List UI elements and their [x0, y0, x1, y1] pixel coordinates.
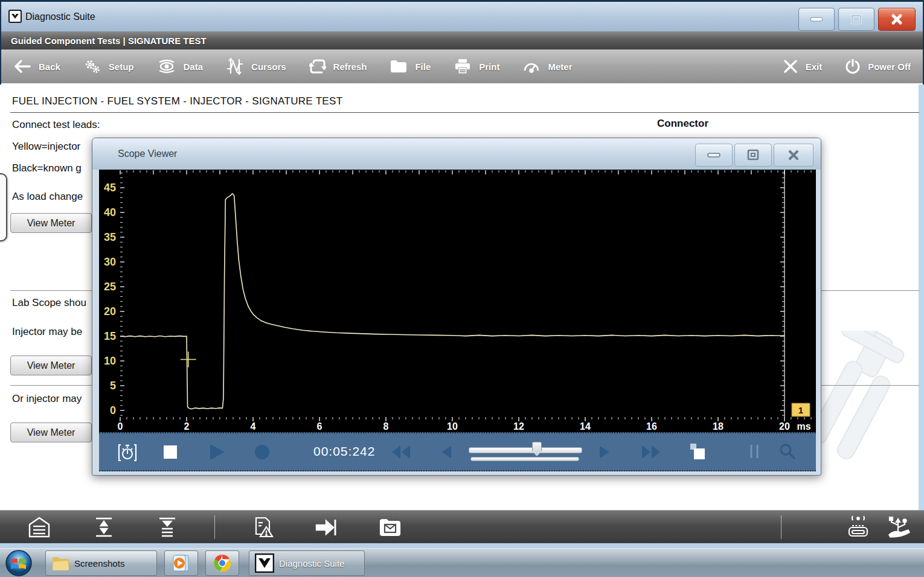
taskbar-button-screenshots[interactable]: Screenshots — [45, 550, 157, 576]
view-meter-button-2[interactable]: View Meter — [10, 355, 92, 375]
scope-control-bar: 00:05:242 — [99, 432, 816, 471]
y-tick-label: 45 — [104, 182, 116, 194]
start-button[interactable] — [5, 549, 33, 577]
text-yellow-lead: Yellow=injector — [12, 141, 80, 153]
zoom-button[interactable] — [778, 442, 797, 463]
scope-minimize-button[interactable] — [695, 144, 733, 167]
gauge-icon — [522, 59, 541, 74]
expand-all-button[interactable] — [92, 516, 115, 541]
y-tick-label: 25 — [104, 281, 116, 293]
scope-titlebar[interactable]: Scope Viewer — [92, 138, 821, 170]
scope-close-button[interactable] — [774, 144, 813, 167]
scope-maximize-button[interactable] — [734, 144, 772, 167]
folder-mail-icon — [379, 517, 401, 537]
back-arrow-icon — [13, 59, 31, 74]
usb-connection-button[interactable] — [884, 515, 912, 542]
toolbar-meter-button[interactable]: Meter — [522, 59, 572, 74]
app-title: Diagnostic Suite — [25, 11, 95, 22]
app-titlebar[interactable]: Diagnostic Suite — [0, 2, 924, 31]
fast-forward-button[interactable] — [641, 444, 661, 462]
record-button[interactable] — [254, 444, 271, 464]
play-button[interactable] — [208, 443, 226, 464]
view-meter-button-1[interactable]: View Meter — [10, 213, 92, 233]
toolbar-setup-button[interactable]: Setup — [83, 58, 134, 75]
channel-1-badge: 1 — [792, 403, 810, 416]
taskbar-label-diagnostic-suite: Diagnostic Suite — [279, 558, 344, 569]
taskbar: Screenshots Diagnostic Suite 漢 3:26 PM 4 — [0, 548, 924, 577]
toolbar-exit-button[interactable]: Exit — [783, 59, 823, 74]
close-button[interactable] — [878, 8, 916, 31]
x-tick-label: 0 — [118, 421, 123, 432]
scope-plot[interactable]: 0510152025303540451 — [99, 170, 816, 417]
text-or-injector: Or injector may — [12, 393, 82, 405]
minimize-button[interactable] — [798, 8, 835, 31]
x-tick-label: 16 — [646, 421, 657, 432]
collapse-all-button[interactable] — [156, 516, 179, 541]
maximize-button[interactable] — [838, 8, 874, 31]
svg-text:1: 1 — [798, 405, 803, 415]
marker-button[interactable] — [746, 444, 762, 462]
snapshot-button[interactable] — [688, 442, 707, 464]
zoom-slider-track[interactable] — [470, 457, 579, 461]
breadcrumb-bar: Guided Component Tests | SIGNATURE TEST — [0, 31, 924, 49]
taskbar-label-screenshots: Screenshots — [74, 558, 124, 569]
waveform-cursors-icon — [226, 58, 244, 75]
x-tick-label: 10 — [447, 421, 458, 432]
scope-cursor — [181, 352, 196, 368]
connector-watermark-image — [820, 331, 924, 488]
toolbar-file-button[interactable]: File — [390, 59, 431, 74]
x-tick-label: 20 — [779, 421, 790, 432]
saved-files-button[interactable] — [379, 517, 401, 540]
step-forward-button[interactable] — [598, 445, 612, 462]
step-back-button[interactable] — [439, 445, 452, 462]
x-tick-label: 2 — [184, 421, 190, 432]
toolbar-back-button[interactable]: Back — [13, 59, 60, 74]
vci-status-button[interactable] — [845, 515, 871, 542]
title-rule — [10, 112, 919, 113]
y-tick-label: 35 — [104, 231, 116, 243]
breadcrumb: Guided Component Tests | SIGNATURE TEST — [11, 36, 207, 46]
collapse-down-icon — [156, 516, 179, 538]
toolbar-cursors-button[interactable]: Cursors — [226, 58, 286, 75]
y-tick-label: 10 — [104, 355, 116, 367]
connector-test-button[interactable] — [315, 517, 338, 540]
toolbar-print-button[interactable]: Print — [454, 58, 499, 75]
document-warning-icon — [252, 516, 274, 538]
toolbar-poweroff-button[interactable]: Power Off — [845, 59, 911, 74]
toolbar-refresh-button[interactable]: Refresh — [309, 58, 367, 75]
report-button[interactable] — [252, 516, 274, 541]
scope-window-title: Scope Viewer — [118, 148, 177, 159]
y-tick-label: 15 — [104, 330, 116, 342]
taskbar-button-chrome[interactable] — [205, 550, 239, 576]
refresh-arrows-icon — [309, 58, 326, 75]
x-axis-unit: ms — [797, 421, 810, 432]
page-title: FUEL INJECTION - FUEL SYSTEM - INJECTOR … — [12, 95, 342, 107]
connector-heading: Connector — [657, 118, 708, 130]
usb-icon — [884, 515, 912, 540]
home-button[interactable] — [28, 516, 51, 541]
status-toolbar-divider-1 — [214, 515, 215, 539]
x-tick-label: 4 — [251, 421, 256, 432]
bottom-ruler — [120, 417, 811, 421]
taskbar-button-diagnostic-suite[interactable]: Diagnostic Suite — [249, 550, 365, 576]
folder-icon — [390, 59, 408, 74]
x-tick-label: 18 — [713, 421, 723, 432]
x-tick-label: 6 — [317, 421, 322, 432]
stop-button[interactable] — [162, 445, 178, 462]
position-slider-track[interactable] — [469, 447, 582, 453]
position-slider-handle[interactable] — [532, 442, 542, 456]
scope-x-axis: 02468101214161820ms — [99, 417, 816, 432]
x-tick-label: 12 — [513, 421, 524, 432]
main-toolbar: Back Setup Data Cursors Refresh File Pri… — [0, 49, 924, 83]
vci-device-icon — [845, 515, 871, 540]
side-panel-handle[interactable] — [0, 173, 7, 241]
text-black-lead: Black=known g — [12, 162, 82, 174]
printer-icon — [454, 58, 472, 75]
rewind-button[interactable] — [391, 444, 411, 462]
toolbar-data-button[interactable]: Data — [157, 59, 204, 74]
folder-icon — [51, 555, 69, 572]
taskbar-button-mediaplayer[interactable] — [164, 550, 198, 576]
x-icon — [783, 59, 798, 74]
view-meter-button-3[interactable]: View Meter — [10, 422, 92, 442]
timer-icon[interactable] — [117, 444, 138, 464]
